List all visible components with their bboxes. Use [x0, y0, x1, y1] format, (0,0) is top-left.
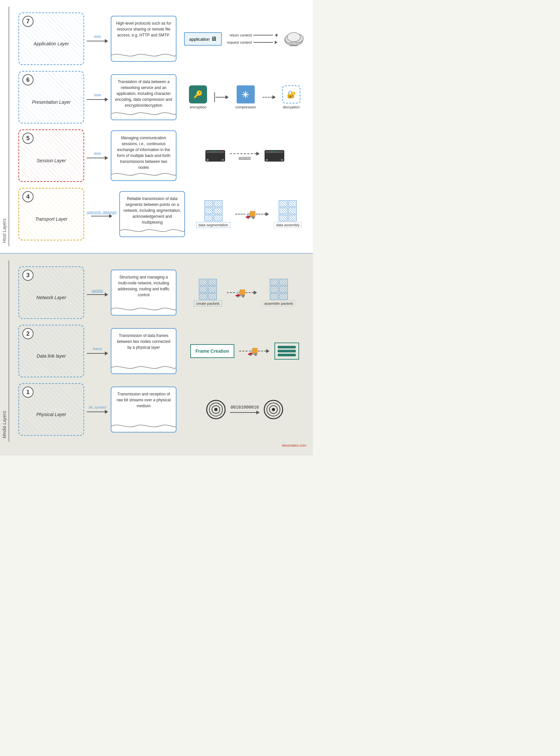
layer-4-desc: Reliable transmission of data segments b… — [119, 191, 185, 237]
media-layers-group: Media Layers 3 Network Layer packets Str… — [0, 260, 313, 442]
layer-5-name: Session Layer — [37, 158, 66, 163]
encrypt-icon: 🔑 — [189, 85, 207, 103]
seg-block — [204, 200, 213, 207]
layer-7-desc: High-level protocols such as for resourc… — [111, 16, 177, 62]
seg-block — [279, 215, 287, 222]
seg-block — [279, 200, 287, 207]
dl-arrowhead — [266, 349, 269, 353]
seg-block — [214, 215, 222, 222]
seg-block — [288, 200, 297, 207]
network-diagram: create packets 🚚 — [194, 279, 296, 307]
layer-4-diagram: data segmentation 🚚 — [192, 200, 306, 228]
pres-arrow-1 — [214, 92, 229, 102]
svg-rect-15 — [214, 151, 216, 152]
decrypt-label: decryption — [283, 105, 300, 109]
top-section: Host Layers 7 Application Layer data Hig… — [0, 0, 313, 254]
layer-7-arrow: data — [87, 35, 108, 43]
seg-label-right: data assembly — [274, 222, 302, 228]
dl-stack-icon — [275, 342, 299, 360]
layer-6-arrowhead — [105, 98, 108, 102]
layer-1-data-label: bit, symbol — [89, 405, 106, 409]
layer-4-h-line — [91, 216, 109, 216]
pkt-block — [279, 286, 288, 293]
stack-line-1 — [278, 346, 296, 349]
session-arrowhead — [256, 152, 260, 156]
transport-arrowhead — [265, 212, 269, 216]
svg-rect-14 — [212, 151, 213, 152]
layer-7-name: Application Layer — [34, 41, 69, 46]
return-arrowhead — [275, 34, 277, 37]
pkt-label-left: create packets — [194, 300, 222, 307]
return-line — [253, 35, 273, 36]
seg-label-left: data segmentation — [196, 222, 231, 228]
layer-3-data-label: packets — [92, 289, 103, 293]
layer-3-box: 3 Network Layer — [18, 266, 84, 319]
segment-grid-left — [204, 200, 222, 222]
pkt-block — [279, 279, 288, 286]
layer-3-diagram: create packets 🚚 — [183, 279, 306, 307]
encrypt-box: 🔑 encryption — [189, 85, 207, 109]
dl-truck-icon: 🚚 — [247, 346, 258, 356]
physical-line — [230, 412, 256, 413]
bottom-section: Media Layers 3 Network Layer packets Str… — [0, 254, 313, 456]
layer-6-h-line — [87, 99, 105, 100]
server-cloud-icon: server — [282, 30, 305, 48]
session-arrow-group: session — [230, 152, 260, 160]
host-rows-content: 7 Application Layer data High-level prot… — [12, 6, 313, 246]
pkt-block — [208, 279, 217, 286]
pkt-block — [270, 293, 279, 300]
dl-dashed-2 — [258, 351, 266, 351]
layer-1-h-line — [87, 412, 105, 412]
pkt-block — [208, 286, 217, 293]
layer-6-desc: Translation of data between a networking… — [111, 74, 177, 120]
host-layers-label: Host Layers — [0, 6, 9, 246]
transport-dashed-2 — [256, 214, 265, 214]
layer-3-num: 3 — [22, 270, 34, 281]
layer-6-row: 6 Presentation Layer data Translation of… — [12, 71, 313, 124]
packet-grid-right — [270, 279, 288, 300]
net-truck-icon: 🚚 — [235, 288, 245, 298]
segment-right: data assembly — [274, 200, 302, 228]
compress-icon — [237, 85, 255, 103]
session-server-right — [263, 148, 286, 163]
layer-7-arrow-line — [87, 39, 108, 43]
datalink-diagram: Frame Creation 🚚 — [190, 342, 299, 360]
layer-3-arrowhead — [105, 293, 108, 297]
layer-2-data-label: frame — [93, 347, 102, 351]
pkt-block — [199, 279, 208, 286]
app-diagram: application 🖥 return content request con… — [184, 30, 306, 48]
net-dashed-2 — [245, 292, 254, 293]
layer-2-row: 2 Data link layer frame Transmission of … — [12, 325, 313, 377]
coil-right-icon — [263, 399, 284, 420]
session-diagram: session — [204, 148, 286, 163]
return-arrow: return content — [227, 33, 277, 37]
svg-rect-4 — [285, 41, 302, 42]
pkt-block — [270, 279, 279, 286]
pkt-label-right: assemble packets — [262, 300, 296, 307]
seg-block — [214, 208, 222, 214]
svg-point-29 — [272, 408, 275, 411]
session-server-left — [204, 148, 227, 163]
host-layers-group: Host Layers 7 Application Layer data Hig… — [0, 6, 313, 246]
layer-2-diagram: Frame Creation 🚚 — [183, 342, 306, 360]
decrypt-box: 🔐 decryption — [282, 85, 300, 109]
svg-point-13 — [222, 159, 224, 161]
packet-left: create packets — [194, 279, 222, 307]
request-arrow: request content — [227, 40, 277, 44]
layer-1-row: 1 Physical Layer bit, symbol Transmissio… — [12, 383, 313, 436]
net-arrowhead — [254, 291, 257, 295]
seg-block — [288, 215, 297, 222]
layer-6-box: 6 Presentation Layer — [18, 71, 84, 124]
dl-dashed-1 — [239, 351, 247, 351]
svg-point-18 — [266, 159, 268, 161]
layer-2-arrow-line — [87, 351, 108, 355]
layer-6-num: 6 — [22, 74, 34, 85]
layer-2-box: 2 Data link layer — [18, 325, 84, 377]
pkt-block — [199, 286, 208, 293]
layer-7-row: 7 Application Layer data High-level prot… — [12, 13, 313, 65]
layer-5-arrowhead — [105, 156, 108, 160]
layer-5-arrow: data — [87, 151, 108, 160]
layer-7-box: 7 Application Layer — [18, 13, 84, 65]
layer-4-row: 4 Transport Layer segments, datagram Rel… — [12, 188, 313, 240]
transport-arrow: 🚚 — [235, 209, 269, 219]
